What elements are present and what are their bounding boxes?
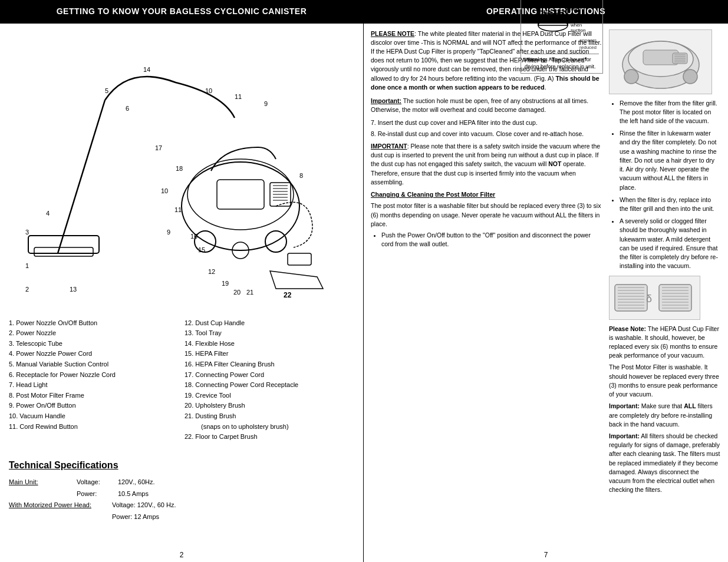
svg-text:5: 5	[105, 87, 108, 94]
important3-label: Important:	[609, 402, 640, 409]
part-1: 1. Power Nozzle On/Off Button	[9, 318, 179, 329]
right-bullet-4: A severely solid or clogged filter shoul…	[620, 217, 721, 270]
parts-col-2: 12. Dust Cup Handle 13. Tool Tray 14. Fl…	[185, 318, 354, 442]
step7-text: 7. Insert the dust cup cover and HEPA fi…	[371, 118, 603, 127]
important2-not: NOT	[548, 160, 561, 167]
please-note-period: .	[545, 84, 546, 91]
parts-list: 1. Power Nozzle On/Off Button 2. Power N…	[0, 312, 363, 448]
right-bullet-3: When the filter is dry, replace into the…	[620, 196, 721, 213]
spec-power-label: Power:	[77, 488, 118, 500]
changing-bullet-1: Push the Power On/Off button to the "Off…	[381, 231, 603, 249]
spec-row-power: Power: 10.5 Amps	[9, 488, 354, 500]
page-num-left: 2	[0, 548, 363, 562]
part-16: 16. HEPA Filter Cleaning Brush	[185, 359, 354, 370]
svg-text:Wash: Wash	[571, 6, 582, 12]
part-21-note: (snaps on to upholstery brush)	[185, 422, 354, 432]
right-bullet-2: Rinse the filter in lukewarm water and d…	[620, 129, 721, 192]
svg-point-58	[683, 70, 697, 84]
please-note-section: PLEASE NOTE: The white pleated filter ma…	[371, 29, 603, 92]
left-header: GETTING TO KNOW YOUR BAGLESS CYCLONIC CA…	[0, 0, 363, 24]
svg-rect-14	[28, 236, 99, 253]
please-note-para: PLEASE NOTE: The white pleated filter ma…	[371, 29, 603, 92]
svg-text:20: 20	[233, 289, 241, 296]
spec-row-motorized: With Motorized Power Head: Voltage: 120V…	[9, 500, 354, 511]
svg-text:once a: once a	[571, 12, 585, 17]
spec-power-val: 10.5 Amps	[118, 488, 149, 500]
important4-text: All filters should be checked regularly …	[609, 432, 720, 493]
spec-main-unit-label: Main Unit:	[9, 477, 77, 488]
changing-heading: Changing & Cleaning the Post Motor Filte…	[371, 190, 603, 199]
tech-specs-heading: Technical Specifications	[9, 460, 354, 471]
spec-empty-2	[9, 511, 112, 523]
svg-text:19: 19	[222, 280, 229, 287]
part-22: 22. Floor to Carpet Brush	[185, 432, 354, 442]
right-bullets-list: Remove the filter from the filter grill.…	[609, 99, 721, 271]
svg-text:2: 2	[25, 286, 29, 293]
svg-text:22: 22	[284, 291, 292, 299]
spec-table: Main Unit: Voltage: 120V., 60Hz. Power: …	[9, 477, 354, 523]
right-left-col: PLEASE NOTE: The white pleated filter ma…	[371, 29, 603, 495]
svg-text:11: 11	[174, 206, 182, 213]
vacuum-diagram: 5 14 10 11 9 6 17 18 10 11 9 16 15 12 19…	[0, 24, 363, 312]
svg-text:10: 10	[205, 87, 212, 94]
changing-bullets: Push the Power On/Off button to the "Off…	[371, 231, 603, 249]
right-right-col: Remove the filter from the filter grill.…	[609, 29, 721, 495]
part-2: 2. Power Nozzle	[9, 328, 179, 339]
svg-text:10: 10	[161, 187, 168, 194]
changing-section: Changing & Cleaning the Post Motor Filte…	[371, 190, 603, 249]
vacuum-image	[609, 29, 712, 94]
svg-rect-6	[217, 180, 264, 209]
svg-rect-16	[288, 253, 311, 265]
svg-text:4: 4	[46, 210, 50, 217]
svg-text:11: 11	[235, 93, 242, 100]
page-right: OPERATING INSTRUCTIONS PLEASE NOTE: The …	[364, 0, 728, 562]
svg-rect-15	[34, 247, 93, 256]
part-5: 5. Manual Variable Suction Control	[9, 359, 179, 370]
svg-text:21: 21	[246, 289, 253, 296]
important2-para: IMPORTANT: Please note that there is a s…	[371, 142, 603, 187]
changing-text: The post motor filter is a washable filt…	[371, 201, 603, 229]
spec-row-voltage: Main Unit: Voltage: 120V., 60Hz.	[9, 477, 354, 488]
steps-section: 7. Insert the dust cup cover and HEPA fi…	[371, 118, 603, 138]
svg-text:6: 6	[126, 105, 129, 112]
part-17: 17. Connecting Power Cord	[185, 370, 354, 381]
svg-text:8: 8	[299, 172, 303, 179]
main-content-area: PLEASE NOTE: The white pleated filter ma…	[364, 24, 728, 501]
spec-row-motorized-power: Power: 12 Amps	[9, 511, 354, 523]
spec-voltage-label: Voltage:	[77, 477, 118, 488]
part-8: 8. Post Motor Filter Frame	[9, 391, 179, 401]
important1-para: Important: The suction hole must be open…	[371, 97, 603, 114]
svg-text:3: 3	[25, 229, 29, 236]
right-bullet-1: Remove the filter from the filter grill.…	[620, 99, 721, 126]
parts-col-1: 1. Power Nozzle On/Off Button 2. Power N…	[9, 318, 179, 442]
part-10: 10. Vacuum Handle	[9, 411, 179, 422]
tech-specs-section: Technical Specifications Main Unit: Volt…	[0, 454, 363, 548]
part-13: 13. Tool Tray	[185, 328, 354, 339]
page-num-right: 7	[364, 548, 728, 562]
spec-motorized-voltage: Voltage: 120V., 60 Hz.	[112, 500, 176, 511]
please-note-text1: : The white pleated filter material in t…	[371, 30, 601, 82]
svg-text:when: when	[570, 22, 582, 28]
part-3: 3. Telescopic Tube	[9, 339, 179, 349]
svg-text:15: 15	[198, 246, 205, 253]
svg-text:17: 17	[155, 144, 162, 151]
important3-para: Important: Make sure that ALL filters ar…	[609, 402, 721, 429]
filter-image: δ	[609, 276, 700, 320]
svg-text:16: 16	[190, 233, 197, 240]
svg-line-0	[58, 100, 105, 253]
part-7: 7. Head Light	[9, 380, 179, 391]
important3-all: ALL	[684, 402, 696, 409]
svg-text:month or: month or	[571, 17, 589, 22]
svg-rect-74	[659, 285, 691, 311]
please-note2-label: Please Note:	[609, 325, 646, 332]
important2-section: IMPORTANT: Please note that there is a s…	[371, 142, 603, 187]
important3-text1: Make sure that	[640, 402, 684, 409]
part-14: 14. Flexible Hose	[185, 339, 354, 349]
svg-text:δ: δ	[646, 293, 652, 305]
svg-text:1: 1	[25, 262, 29, 269]
please-note2-para: Please Note: The HEPA Dust Cup Filter is…	[609, 325, 721, 361]
part-21: 21. Dusting Brush	[185, 411, 354, 422]
important1-text: The suction hole must be open, free of a…	[371, 97, 588, 113]
part-9: 9. Power On/Off Button	[9, 401, 179, 411]
important4-label: Important:	[609, 432, 640, 439]
